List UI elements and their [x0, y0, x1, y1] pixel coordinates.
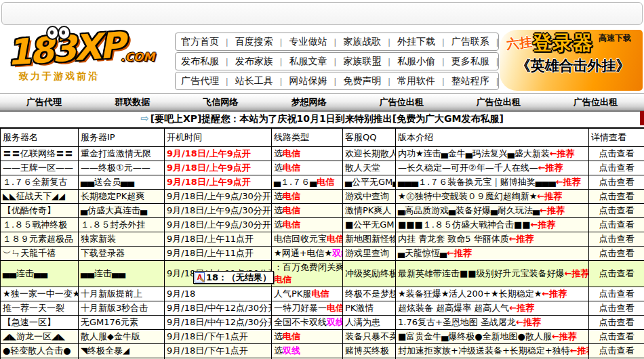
server-ip-cell: 独家新装 [79, 232, 165, 247]
server-name-link[interactable]: １８９元素超极品 [1, 232, 79, 247]
sponsor-link[interactable]: 群联数据 [115, 96, 150, 108]
nav-link[interactable]: 家族战歌 [343, 36, 381, 47]
notice-bar: ⇨[要吧上XP]提醒您：本站为了庆祝10月1日到来特别推出[免费为广大GM发布私… [0, 110, 644, 127]
server-name-link[interactable]: １.８５戰神终极 [1, 218, 79, 232]
version-info-cell: ★装备狂爆★活人200+★长期稳定★←推荐 [396, 287, 589, 301]
detail-view-link[interactable]: 点击查看 [589, 175, 644, 190]
nav-separator: ｜ [223, 57, 231, 66]
service-qq-cell: 激情PK爽人 [343, 204, 396, 218]
server-name-link[interactable]: ▄▄连击▄▄ [1, 261, 79, 287]
text-segment: 内挂 青龙套 致命5 华丽体质 [398, 234, 509, 244]
detail-view-link[interactable]: 点击查看 [589, 204, 644, 218]
line-type-cell: 选电信 [272, 161, 343, 175]
text-segment: 电信回收元宝 [274, 234, 327, 244]
text-segment: ▄天龍惊恆▄ [398, 248, 447, 258]
server-name-link[interactable]: ●轻变散人合击● [1, 344, 79, 358]
table-row: 【急速一区】无GM176元素9月/18日/中午12点/30分开全国不卡双线双线人… [1, 316, 644, 330]
open-time-cell: 9月/18日/下午1点开 [165, 330, 272, 344]
text-segment: ←推荐 [537, 191, 562, 201]
service-qq-cell: 装备只暴不卖 [343, 330, 396, 344]
nav-separator: ｜ [494, 37, 499, 47]
detail-view-link[interactable]: 点击查看 [589, 344, 644, 358]
service-qq-cell: PK激情 [343, 301, 396, 316]
table-row: ★独一家一中一变★十月新版提前上9月/18人气PK服电信终极不是梦想★装备狂爆★… [1, 287, 644, 301]
nav-link[interactable]: 整站程序 [451, 75, 489, 86]
version-info-cell: ▄天龍惊恆▄←推荐 [396, 247, 589, 261]
detail-view-link[interactable]: 点击查看 [589, 190, 644, 204]
sponsor-link[interactable]: 广告代理 [26, 96, 62, 108]
table-row: ▄▄连击▄▄▄▄连击▄▄9月/18日/上午11点/30分开：百万免费闭关爽电信冲… [1, 261, 644, 287]
text-segment: 内功★连击▄金牛▄玛法复兴▄盛大新装 [398, 148, 550, 159]
text-segment: ▄１.７６▄ [274, 177, 317, 187]
nav-link[interactable]: 官方首页 [181, 36, 219, 47]
text-segment: 9月/18日/下午1点开 [167, 345, 248, 356]
detail-view-link[interactable]: 点击查看 [589, 161, 644, 175]
text-segment: 9月/18日/上午9点/30分开 [167, 205, 271, 215]
nav-link[interactable]: 百度搜索 [235, 36, 273, 47]
detail-view-link[interactable]: 点击查看 [589, 316, 644, 330]
detail-view-link[interactable]: 点击查看 [589, 261, 644, 287]
server-name-link[interactable]: ◣◣征战天下◢◢ [1, 190, 79, 204]
server-name-link[interactable]: 〓〓亿联网络〓〓 [1, 147, 79, 161]
service-qq-cell: 散人天堂 [343, 161, 396, 175]
nav-link[interactable]: 专业做站 [289, 36, 327, 47]
nav-link[interactable]: 发布私服 [181, 56, 219, 66]
nav-link[interactable]: 常用软件 [397, 75, 435, 86]
version-info-cell: ■富贵金牛▄爆终极●全新地图●散人服←推荐 [396, 330, 589, 344]
server-name-link[interactable]: ——王牌一区—— [1, 161, 79, 175]
sponsor-link[interactable]: 梦想网络 [291, 96, 326, 108]
text-segment: 选 [274, 205, 283, 215]
server-name-link[interactable]: ★独一家一中一变★ [1, 287, 79, 301]
server-name-link[interactable]: １.７６全新复古 [1, 175, 79, 190]
detail-view-link[interactable]: 点击查看 [589, 147, 644, 161]
server-name-link[interactable]: 【急速一区】 [1, 316, 79, 330]
detail-view-link[interactable]: 点击查看 [589, 301, 644, 316]
nav-link[interactable]: 免费声明 [343, 75, 381, 86]
detail-view-link[interactable]: 点击查看 [589, 247, 644, 261]
nav-link[interactable]: 私服文章 [289, 56, 327, 66]
version-info-cell: 1.76复古+圣恩地图 圣战屠龙←推荐 [396, 316, 589, 330]
nav-link[interactable]: 网站保姆 [289, 75, 327, 86]
site-logo[interactable]: 183XP.COM 致力于游戏前沿 [7, 28, 173, 93]
nav-link[interactable]: 外挂下载 [397, 36, 435, 47]
nav-separator: ｜ [439, 57, 447, 66]
nav-link[interactable]: 家族联盟 [343, 56, 381, 66]
nav-separator: ｜ [277, 77, 285, 86]
server-name-link[interactable]: 推一荐一天一裂 [1, 301, 79, 316]
text-segment: 电信 [317, 177, 334, 187]
table-row: ●轻变散人合击●◥终极全暴◢9月/18日/下午1点开选双线赌博买终极封加速拒家族… [1, 344, 644, 358]
detail-view-link[interactable]: 点击查看 [589, 330, 644, 344]
server-name-link[interactable]: ︶ㄣ天龍千禧 [1, 247, 79, 261]
version-info-cell: 内功★连击▄金牛▄玛法复兴▄盛大新装←推荐 [396, 147, 589, 161]
promo-speed-text: 高速下载 [599, 33, 631, 44]
nav-link[interactable]: 广告联系 [451, 36, 489, 47]
text-segment: 9月/18日/上午11点开 [167, 248, 254, 258]
nav-link[interactable]: 广告代理 [181, 75, 219, 86]
service-qq-cell: ■公平无GM [343, 218, 396, 232]
nav-link[interactable]: 更多私服 [451, 56, 489, 66]
sponsor-link[interactable]: 飞信网络 [203, 96, 238, 108]
server-ip-cell: ▄▄连击▄▄ [79, 261, 165, 287]
detail-view-link[interactable]: 点击查看 [589, 232, 644, 247]
open-time-cell: 9月/18日/上午9点开 [165, 175, 272, 190]
nav-separator: ｜ [223, 77, 231, 86]
nav-link[interactable]: 发布家族 [235, 56, 273, 66]
open-time-cell: 9月/18日/中午12点/30分开 [165, 301, 272, 316]
service-qq-cell: 人满为患 [343, 316, 396, 330]
detail-view-link[interactable]: 点击查看 [589, 218, 644, 232]
sponsor-link[interactable]: 广告位出租 [477, 96, 521, 108]
sponsor-link[interactable]: 广告位出租 [573, 96, 618, 108]
server-ip-cell: 下载登录器 [79, 247, 165, 261]
detail-view-link[interactable]: 点击查看 [589, 287, 644, 301]
server-name-link[interactable]: ◢◣游龙一区◢◣ [1, 330, 79, 344]
text-segment: ←推荐 [509, 234, 534, 244]
promo-banner[interactable]: 六挂 登录器 高速下载 《英雄合击外挂》 [500, 30, 643, 91]
nav-link[interactable]: 私服小偷 [397, 56, 435, 66]
version-info-cell: 超炫装备 超高爆率 超高人气←推荐 [396, 301, 589, 316]
server-name-link[interactable]: 【优酷传奇】 [1, 204, 79, 218]
notice-text: [要吧上XP]提醒您：本站为了庆祝10月1日到来特别推出[免费为广大GM发布私服… [150, 113, 504, 124]
nav-link[interactable]: 站长工具 [235, 75, 273, 86]
text-segment: 双线 [332, 248, 342, 258]
top-ad-banner[interactable] [1, 2, 643, 25]
sponsor-link[interactable]: 广告位出租 [380, 96, 424, 108]
